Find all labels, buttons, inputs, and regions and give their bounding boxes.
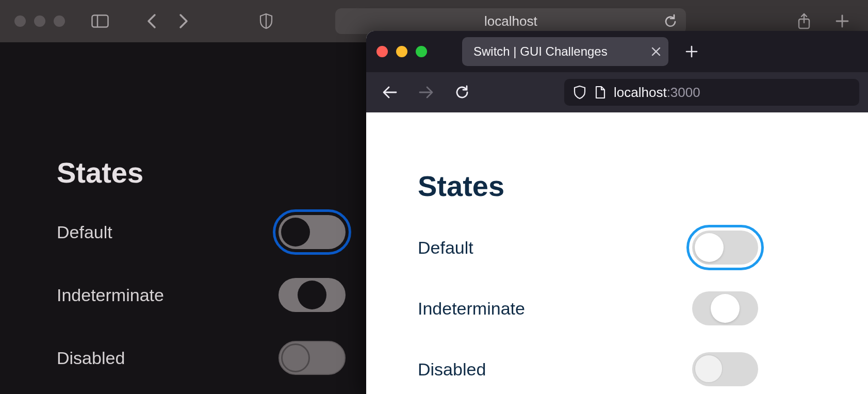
url-text: localhost:3000 xyxy=(614,85,700,101)
switch-default[interactable] xyxy=(279,215,346,249)
state-label: Indeterminate xyxy=(418,299,525,319)
traffic-minimize-icon[interactable] xyxy=(396,46,407,57)
traffic-close-icon[interactable] xyxy=(376,46,388,57)
new-tab-icon[interactable] xyxy=(831,10,854,32)
back-button[interactable] xyxy=(140,10,163,32)
switch-indeterminate[interactable] xyxy=(692,291,758,325)
state-row-indeterminate: Indeterminate xyxy=(418,291,758,325)
safari-url-bar[interactable]: localhost xyxy=(335,8,686,34)
traffic-minimize-icon[interactable] xyxy=(34,15,45,27)
firefox-tab-bar: Switch | GUI Challenges xyxy=(366,31,868,72)
traffic-close-icon[interactable] xyxy=(14,15,26,27)
reload-icon[interactable] xyxy=(664,13,678,29)
switch-default[interactable] xyxy=(692,231,758,265)
firefox-nav-bar: localhost:3000 xyxy=(366,72,868,112)
firefox-url-bar[interactable]: localhost:3000 xyxy=(564,79,859,106)
firefox-traffic-lights[interactable] xyxy=(376,46,427,57)
state-label: Disabled xyxy=(418,359,486,380)
tab-title: Switch | GUI Challenges xyxy=(473,44,608,59)
traffic-zoom-icon[interactable] xyxy=(54,15,65,27)
switch-thumb xyxy=(298,281,326,309)
state-row-default: Default xyxy=(418,231,758,265)
state-label: Indeterminate xyxy=(57,285,164,305)
traffic-zoom-icon[interactable] xyxy=(416,46,427,57)
safari-url-text: localhost xyxy=(484,13,537,29)
state-row-disabled: Disabled xyxy=(57,341,346,375)
firefox-window: Switch | GUI Challenges xyxy=(366,31,868,394)
firefox-page-content: States Default Indeterminate Disabled xyxy=(366,112,868,394)
state-label: Default xyxy=(57,222,112,242)
browser-tab[interactable]: Switch | GUI Challenges xyxy=(462,37,668,66)
safari-traffic-lights[interactable] xyxy=(14,15,65,27)
shield-icon[interactable] xyxy=(574,85,586,100)
url-port: :3000 xyxy=(667,85,700,100)
state-label: Default xyxy=(418,238,473,258)
share-icon[interactable] xyxy=(793,10,815,32)
state-label: Disabled xyxy=(57,348,125,368)
page-heading: States xyxy=(418,169,820,203)
state-row-disabled: Disabled xyxy=(418,352,758,386)
switch-thumb xyxy=(694,354,723,383)
switch-thumb xyxy=(281,343,310,372)
reload-button[interactable] xyxy=(451,81,473,104)
state-row-indeterminate: Indeterminate xyxy=(57,278,346,312)
switch-indeterminate[interactable] xyxy=(279,278,346,312)
back-button[interactable] xyxy=(379,81,401,104)
tab-close-icon[interactable] xyxy=(651,46,661,57)
switch-thumb xyxy=(711,294,740,323)
switch-disabled xyxy=(279,341,346,375)
url-host: localhost xyxy=(614,85,667,100)
sidebar-toggle-button[interactable] xyxy=(89,10,111,32)
state-row-default: Default xyxy=(57,215,346,249)
new-tab-button[interactable] xyxy=(685,45,698,58)
page-icon xyxy=(594,86,605,99)
svg-rect-0 xyxy=(92,15,108,27)
privacy-shield-icon[interactable] xyxy=(255,10,277,32)
forward-button xyxy=(415,81,437,104)
switch-thumb xyxy=(695,233,724,262)
switch-disabled xyxy=(692,352,758,386)
switch-thumb xyxy=(281,218,310,247)
forward-button[interactable] xyxy=(172,10,195,32)
